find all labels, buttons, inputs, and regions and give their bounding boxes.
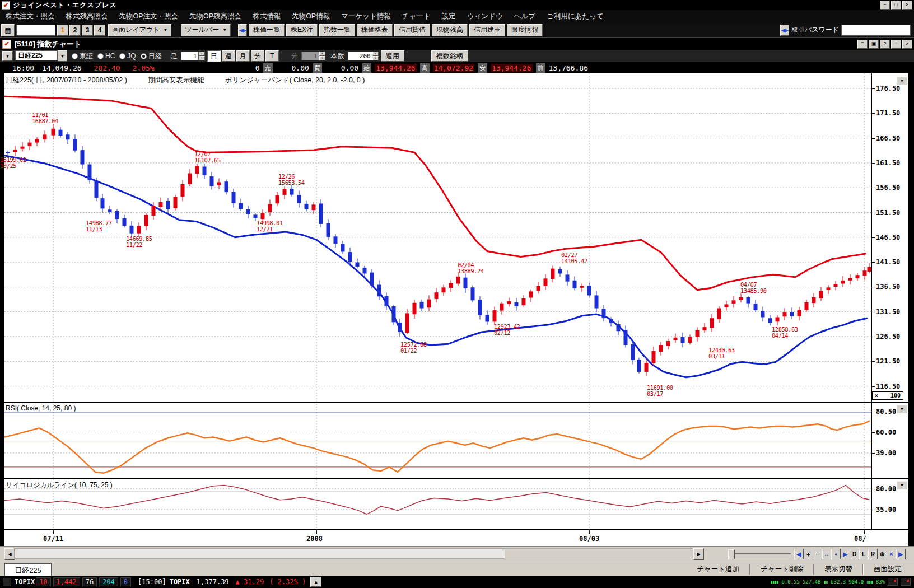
y-tick-mark xyxy=(871,287,875,287)
period-button-週[interactable]: 週 xyxy=(222,50,235,62)
menu-item-先物OP注文・照会[interactable]: 先物OP注文・照会 xyxy=(114,12,184,21)
footer-button-チャート削除[interactable]: チャート削除 xyxy=(750,564,813,574)
symbol-history-dropdown[interactable]: ▼ xyxy=(2,51,13,61)
menu-item-ヘルプ[interactable]: ヘルプ xyxy=(509,12,541,21)
splitter-icon[interactable]: ◀▶ xyxy=(780,25,789,36)
y-tick-mark xyxy=(871,113,875,114)
nav-fit-width-icon[interactable]: ↔ xyxy=(822,549,832,559)
nav-scroll-start-icon[interactable]: ◀ xyxy=(794,549,804,559)
nav-mode-l-icon[interactable]: L xyxy=(859,549,869,559)
menu-item-チャート[interactable]: チャート xyxy=(397,12,436,21)
toolbar-button-現物残高[interactable]: 現物残高 xyxy=(432,24,468,36)
child-minimize-button[interactable]: − xyxy=(891,40,901,49)
y-axis-label: 80.50 xyxy=(876,408,896,416)
collapse-up-icon[interactable]: ▲ xyxy=(310,577,321,587)
tab-nikkei225[interactable]: 日経225 xyxy=(4,563,52,577)
close-button[interactable]: × xyxy=(902,1,912,10)
toolbar-button-株EX注[interactable]: 株EX注 xyxy=(286,24,318,36)
menu-item-マーケット情報[interactable]: マーケット情報 xyxy=(335,12,397,21)
workspace-button-1[interactable]: 1 xyxy=(57,25,68,36)
period-button-日[interactable]: 日 xyxy=(207,50,221,62)
nav-zoom-in-icon[interactable]: ＋ xyxy=(804,549,813,559)
nav-play-icon[interactable]: ▶ xyxy=(841,549,850,559)
menu-item-株式注文・照会[interactable]: 株式注文・照会 xyxy=(0,12,60,21)
menu-item-先物OP情報[interactable]: 先物OP情報 xyxy=(286,12,335,21)
symbol-select[interactable]: 日経225 xyxy=(15,50,58,60)
radio-icon[interactable] xyxy=(119,53,125,59)
child-close-button[interactable]: × xyxy=(902,40,912,49)
footer-button-表示切替[interactable]: 表示切替 xyxy=(814,564,862,574)
toolbar-button-株価格表[interactable]: 株価格表 xyxy=(357,24,393,36)
menu-item-株式情報[interactable]: 株式情報 xyxy=(247,12,286,21)
y-tick-mark xyxy=(871,510,875,510)
workspace-button-2[interactable]: 2 xyxy=(69,25,81,36)
workspace-button-3[interactable]: 3 xyxy=(82,25,93,36)
y-tick-mark xyxy=(871,386,875,387)
period-button-T[interactable]: T xyxy=(265,50,279,62)
scrollbar-track[interactable] xyxy=(14,548,693,559)
main-panel-dropdown[interactable]: ▼ xyxy=(897,77,907,85)
popout-icon[interactable]: □ xyxy=(857,40,868,49)
radio-icon[interactable] xyxy=(97,53,104,59)
period-button-月[interactable]: 月 xyxy=(236,50,250,62)
nav-stop-icon[interactable]: ▪ xyxy=(831,549,841,559)
zoom-slider-handle[interactable] xyxy=(728,549,735,559)
market-radio-HC[interactable]: HC xyxy=(97,52,115,61)
minimize-button[interactable]: − xyxy=(880,1,890,10)
menu-item-設定[interactable]: 設定 xyxy=(436,12,461,21)
toolbar-button-株価一覧[interactable]: 株価一覧 xyxy=(249,24,285,36)
footer-button-チャート追加[interactable]: チャート追加 xyxy=(687,564,749,574)
nav-mode-r-icon[interactable]: R xyxy=(868,549,878,559)
toolbar-button-指数一覧[interactable]: 指数一覧 xyxy=(319,24,355,36)
scrollbar-thumb[interactable] xyxy=(505,549,693,559)
menu-item-株式残高照会[interactable]: 株式残高照会 xyxy=(60,12,114,21)
nav-close-chart-icon[interactable]: × xyxy=(887,549,896,559)
low-chip: 安 xyxy=(478,63,487,73)
password-label: 取引パスワード xyxy=(791,25,839,35)
toolbar-dropdown[interactable]: ツールバー▼ xyxy=(181,24,231,36)
zoom-slider-track[interactable] xyxy=(728,553,791,556)
footer-button-画面設定[interactable]: 画面設定 xyxy=(864,564,912,574)
market-radio-JQ[interactable]: JQ xyxy=(119,52,136,61)
duplicate-icon[interactable]: ▣ xyxy=(869,40,879,49)
screen-layout-dropdown[interactable]: 画面レイアウト▼ xyxy=(108,24,171,36)
nav-zoom-out-icon[interactable]: − xyxy=(813,549,822,559)
psych-title: サイコロジカルライン( 10, 75, 25 ) xyxy=(6,480,113,490)
psych-panel-dropdown[interactable]: ▼ xyxy=(897,481,907,489)
help-icon[interactable]: ? xyxy=(880,40,890,49)
workspace-button-4[interactable]: 4 xyxy=(94,25,105,36)
market-radio-東証[interactable]: 東証 xyxy=(72,52,93,61)
rsi-panel-dropdown[interactable]: ▼ xyxy=(897,405,907,413)
toolbar-button-信用建玉[interactable]: 信用建玉 xyxy=(469,24,505,36)
y-axis-label: 166.50 xyxy=(876,134,900,142)
maximize-button[interactable]: □ xyxy=(891,1,901,10)
market-radio-日経[interactable]: 日経 xyxy=(141,52,162,61)
trade-password-input[interactable] xyxy=(841,25,911,36)
splitter-icon[interactable]: ◀▶ xyxy=(238,24,247,36)
layout-grid-icon[interactable]: ▦ xyxy=(1,24,15,36)
apply-button[interactable]: 適用 xyxy=(381,50,404,62)
nav-magnify-icon[interactable]: ⊕ xyxy=(878,549,887,559)
nav-mode-d-icon[interactable]: D xyxy=(850,549,859,559)
status-icon[interactable] xyxy=(3,578,11,586)
nav-scroll-end-icon[interactable]: ▶ xyxy=(896,549,906,559)
panel-divider xyxy=(0,402,908,403)
toolbar-button-信用貸借[interactable]: 信用貸借 xyxy=(394,24,430,36)
symbol-select-caret[interactable]: ▼ xyxy=(58,50,67,62)
scroll-right-icon[interactable]: ▶ xyxy=(693,548,704,560)
menu-item-ご利用にあたって[interactable]: ご利用にあたって xyxy=(541,12,609,21)
quote-sell: 0.00 xyxy=(292,64,309,72)
radio-icon[interactable] xyxy=(141,53,147,59)
bar-count-stepper[interactable]: 200▲▼ xyxy=(348,52,379,60)
multi-symbol-button[interactable]: 複数銘柄 xyxy=(431,50,468,62)
workspace-name-input[interactable] xyxy=(16,25,55,36)
menu-item-ウィンドウ[interactable]: ウィンドウ xyxy=(461,12,509,21)
period-button-分[interactable]: 分 xyxy=(251,50,264,62)
meter-3: 632.3 xyxy=(831,579,846,585)
toolbar-button-限度情報[interactable]: 限度情報 xyxy=(507,24,543,36)
y-axis-label: 35.00 xyxy=(876,506,896,514)
radio-icon[interactable] xyxy=(72,53,78,59)
bar-interval-stepper[interactable]: 1▲▼ xyxy=(181,52,205,60)
menu-item-先物OP残高照会[interactable]: 先物OP残高照会 xyxy=(184,12,247,21)
status-v2: 1,442 xyxy=(53,577,80,586)
